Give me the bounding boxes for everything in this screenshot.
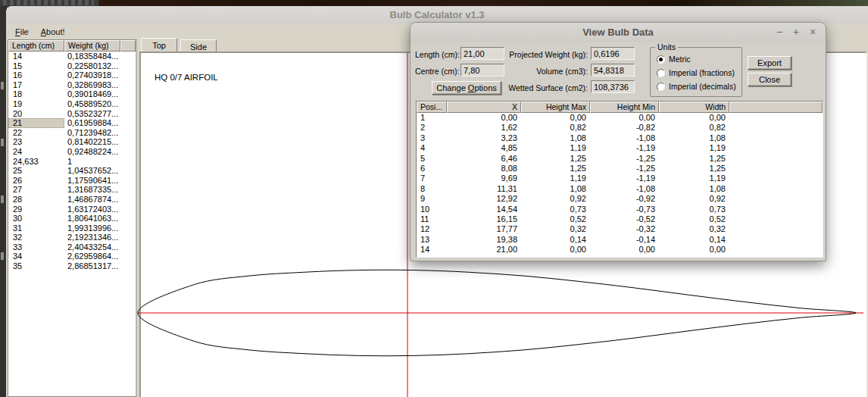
cell: 0,92 (521, 194, 590, 204)
volume-field[interactable] (591, 64, 635, 77)
cell-length: 33 (8, 242, 64, 252)
table-row[interactable]: 240,92488224... (8, 147, 136, 157)
minimize-icon[interactable]: − (773, 26, 786, 39)
table-row[interactable]: 170,32869983... (8, 80, 136, 90)
radio-metric[interactable]: Metric (657, 54, 691, 64)
cell-length: 35 (8, 261, 64, 271)
table-row[interactable]: 281,46867874... (8, 195, 136, 205)
radio-imperial-fractions-[interactable]: Imperial (fractions) (657, 67, 735, 78)
cell-length: 21 (8, 118, 64, 128)
cell: 11,31 (447, 184, 521, 194)
column-header-width[interactable]: Width (659, 102, 729, 113)
table-row[interactable]: 56,461,25-1,251,25 (417, 154, 823, 164)
cell: 1,19 (659, 173, 729, 183)
table-row[interactable]: 180,39018469... (8, 89, 136, 99)
table-row[interactable]: 352,86851317... (8, 261, 136, 271)
table-row[interactable]: 1014,540,73-0,730,73 (417, 205, 823, 214)
cell: 12,92 (447, 194, 521, 204)
change-options-button[interactable]: Change Options (432, 81, 501, 95)
table-row[interactable]: 311,99313996... (8, 224, 136, 233)
table-row[interactable]: 322,19231346... (8, 233, 136, 242)
column-header-filler (729, 102, 823, 113)
table-row[interactable]: 332,40433254... (8, 242, 136, 252)
table-row[interactable]: 190,45889520... (8, 99, 136, 109)
length-field[interactable] (461, 47, 504, 60)
cell-weight: 1,80641063... (64, 214, 126, 224)
cell: -0,52 (590, 214, 659, 224)
table-row[interactable]: 230,81402215... (8, 137, 136, 147)
cell: 0,00 (659, 245, 729, 255)
table-row[interactable]: 342,62959864... (8, 252, 136, 261)
tab-top[interactable]: Top (141, 38, 177, 52)
table-row[interactable]: 210,61959884... (8, 118, 136, 128)
dialog-titlebar[interactable]: View Bulb Data (411, 23, 826, 42)
column-header-position[interactable]: Posi... (417, 102, 447, 113)
maximize-icon[interactable]: + (789, 26, 803, 39)
cell-length: 22 (8, 128, 64, 138)
cell: -0,92 (590, 194, 659, 204)
table-row[interactable]: 1319,380,14-0,140,14 (417, 235, 823, 245)
cell-length: 14 (8, 52, 64, 61)
export-button[interactable]: Export (748, 56, 792, 70)
cell-length: 17 (8, 80, 64, 90)
cell-weight: 0,53523277... (64, 109, 126, 119)
table-row[interactable]: 1116,150,52-0,520,52 (417, 214, 823, 224)
table-row[interactable]: 160,27403918... (8, 70, 136, 80)
table-row[interactable]: 200,53523277... (8, 109, 136, 119)
cell: 6,46 (447, 154, 521, 164)
tab-side[interactable]: Side (180, 39, 217, 52)
cell-length: 32 (8, 233, 64, 242)
wetted-surface-field[interactable] (591, 80, 635, 93)
projected-weight-label: Projected Weight (kg): (503, 50, 588, 59)
table-row[interactable]: 140,18358484... (8, 52, 136, 61)
units-groupbox-label: Units (655, 42, 678, 52)
column-header-height-min[interactable]: Height Min (590, 102, 659, 113)
table-row[interactable]: 150,22580132... (8, 61, 136, 71)
table-row[interactable]: 1421,000,000,000,00 (417, 245, 823, 255)
cell-weight: 0,32869983... (64, 80, 126, 90)
table-row[interactable]: 261,17590641... (8, 176, 136, 186)
table-row[interactable]: 271,31687335... (8, 185, 136, 195)
table-row[interactable]: 79,691,19-1,191,19 (417, 173, 823, 183)
close-icon[interactable]: × (806, 26, 820, 39)
cell-weight: 1,63172403... (64, 205, 126, 214)
cell-length: 26 (8, 176, 64, 186)
table-row[interactable]: 24,6331 (8, 157, 136, 167)
table-row[interactable]: 21,620,82-0,820,82 (417, 123, 823, 133)
close-button[interactable]: Close (748, 73, 792, 86)
table-row[interactable]: 811,311,08-1,081,08 (417, 184, 823, 194)
column-header-x[interactable]: X (447, 102, 521, 113)
cell: 3 (417, 133, 447, 143)
radio-button-icon[interactable] (657, 83, 665, 91)
column-header-weight[interactable]: Weight (kg) (64, 40, 120, 52)
projected-weight-field[interactable] (591, 47, 635, 60)
cell: 0,92 (659, 194, 729, 204)
menu-item-bout[interactable]: About! (35, 25, 71, 38)
menu-item-ile[interactable]: File (9, 25, 35, 38)
table-row[interactable]: 33,231,08-1,081,08 (417, 133, 823, 143)
cell: 0,52 (659, 214, 729, 224)
table-row[interactable]: 68,081,25-1,251,25 (417, 164, 823, 173)
column-header-height-max[interactable]: Height Max (521, 102, 590, 113)
table-row[interactable]: 44,851,19-1,191,19 (417, 143, 823, 153)
table-row[interactable]: 1217,770,32-0,320,32 (417, 224, 823, 234)
radio-imperial-decimals-[interactable]: Imperial (decimals) (657, 81, 736, 92)
centre-field[interactable] (461, 64, 504, 77)
cell: 2 (417, 123, 447, 133)
table-row[interactable]: 912,920,92-0,920,92 (417, 194, 823, 204)
table-row[interactable]: 10,000,000,000,00 (417, 113, 823, 123)
table-row[interactable]: 251,04537652... (8, 166, 136, 176)
table-row[interactable]: 301,80641063... (8, 214, 136, 224)
radio-button-icon[interactable] (657, 69, 665, 77)
table-row[interactable]: 291,63172403... (8, 205, 136, 214)
radio-label: Metric (669, 55, 691, 64)
table-row[interactable]: 220,71239482... (8, 128, 136, 138)
radio-button-icon[interactable] (657, 55, 665, 64)
column-header-length[interactable]: Length (cm) (8, 40, 64, 52)
cell-weight: 0,92488224... (64, 147, 126, 157)
cell: 14,54 (447, 205, 521, 214)
cell: -1,25 (590, 164, 659, 173)
cell: 10 (417, 205, 447, 214)
cell: 12 (417, 224, 447, 234)
cell: -0,82 (590, 123, 659, 133)
